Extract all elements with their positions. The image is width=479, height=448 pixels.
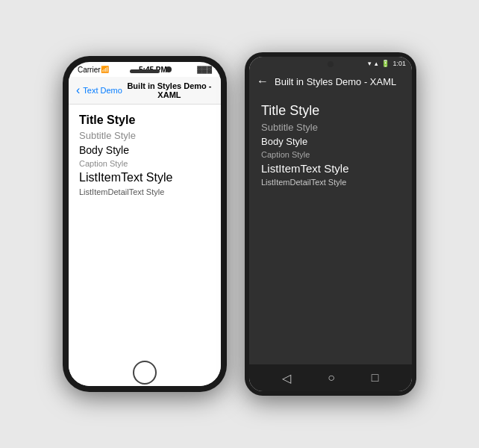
ios-listitem-style-item: ListItemText Style [79, 171, 210, 184]
android-phone: ▾ ▴ 🔋 1:01 ← Built in Styles Demo - XAML… [245, 52, 416, 396]
ios-carrier: Carrier [78, 66, 101, 74]
ios-body-style-item: Body Style [79, 144, 210, 156]
android-body-style-item: Body Style [261, 136, 400, 147]
android-nav-title: Built in Styles Demo - XAML [275, 76, 396, 87]
android-content: Title Style Subtitle Style Body Style Ca… [249, 93, 412, 364]
android-home-nav-icon[interactable]: ○ [328, 371, 335, 385]
android-bottom-nav: ◁ ○ □ [249, 364, 412, 391]
android-recent-nav-icon[interactable]: □ [372, 371, 379, 385]
ios-wifi-icon: 📶 [101, 66, 109, 73]
android-title-style-item: Title Style [261, 103, 400, 119]
android-battery-icon: 🔋 [381, 60, 389, 67]
ios-battery-icon: ▓▓▓ [197, 66, 212, 73]
android-listdetail-style-item: ListItemDetailText Style [261, 178, 400, 187]
ios-caption-style-item: Caption Style [79, 159, 210, 168]
ios-title-style-item: Title Style [79, 113, 210, 127]
ios-back-arrow-icon[interactable]: ‹ [76, 84, 80, 97]
ios-back-label[interactable]: Text Demo [83, 86, 122, 95]
android-time: 1:01 [392, 60, 406, 67]
ios-speaker [130, 69, 160, 73]
ios-subtitle-style-item: Subtitle Style [79, 130, 210, 141]
ios-phone-inner: Carrier 📶 5:45 PM ▓▓▓ ‹ Text Demo Built … [69, 62, 221, 386]
android-subtitle-style-item: Subtitle Style [261, 122, 400, 133]
ios-nav-bar: ‹ Text Demo Built in Styles Demo - XAML [69, 77, 221, 105]
ios-nav-title: Built in Styles Demo - XAML [125, 81, 213, 99]
android-listitem-style-item: ListItemText Style [261, 162, 400, 175]
ios-camera [166, 66, 172, 72]
android-caption-style-item: Caption Style [261, 150, 400, 159]
android-back-icon[interactable]: ← [257, 75, 269, 88]
android-camera [328, 61, 334, 67]
android-nav-bar-top: ← Built in Styles Demo - XAML [249, 70, 412, 93]
android-back-nav-icon[interactable]: ◁ [282, 371, 291, 385]
android-phone-inner: ▾ ▴ 🔋 1:01 ← Built in Styles Demo - XAML… [249, 57, 412, 391]
scene: Carrier 📶 5:45 PM ▓▓▓ ‹ Text Demo Built … [48, 37, 431, 411]
android-wifi-icon: ▾ [368, 60, 372, 67]
android-signal-icon: ▴ [375, 60, 378, 67]
ios-phone: Carrier 📶 5:45 PM ▓▓▓ ‹ Text Demo Built … [63, 56, 227, 392]
ios-listdetail-style-item: ListItemDetailText Style [79, 187, 210, 196]
ios-home-button[interactable] [133, 361, 157, 385]
ios-content: Title Style Subtitle Style Body Style Ca… [69, 105, 221, 386]
